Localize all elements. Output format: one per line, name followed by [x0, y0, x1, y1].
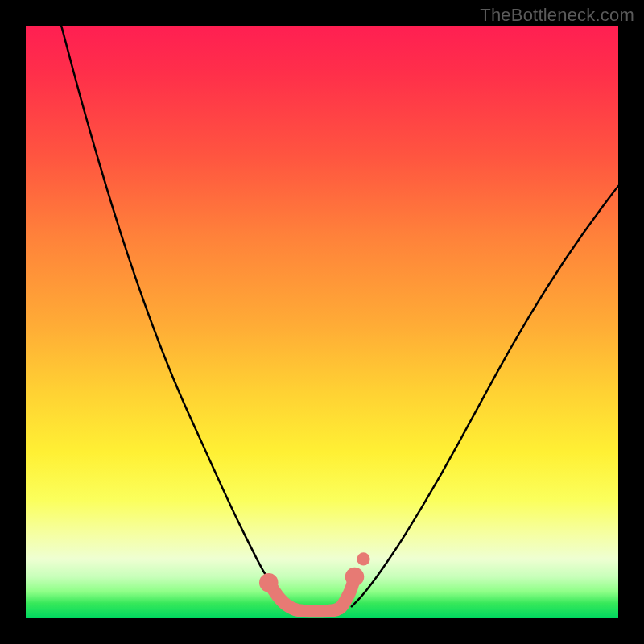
chart-frame: TheBottleneck.com: [0, 0, 644, 644]
trough-endpoint-left: [259, 573, 279, 592]
trough-endpoint-right: [345, 568, 365, 587]
upper-dot: [357, 552, 369, 565]
plot-area: [26, 26, 618, 618]
series-left-curve: [61, 26, 292, 606]
watermark-text: TheBottleneck.com: [480, 5, 634, 26]
series-right-curve: [352, 186, 618, 607]
chart-svg: [26, 26, 618, 618]
series-salmon-trough: [269, 576, 355, 611]
series-layer: [61, 26, 618, 611]
